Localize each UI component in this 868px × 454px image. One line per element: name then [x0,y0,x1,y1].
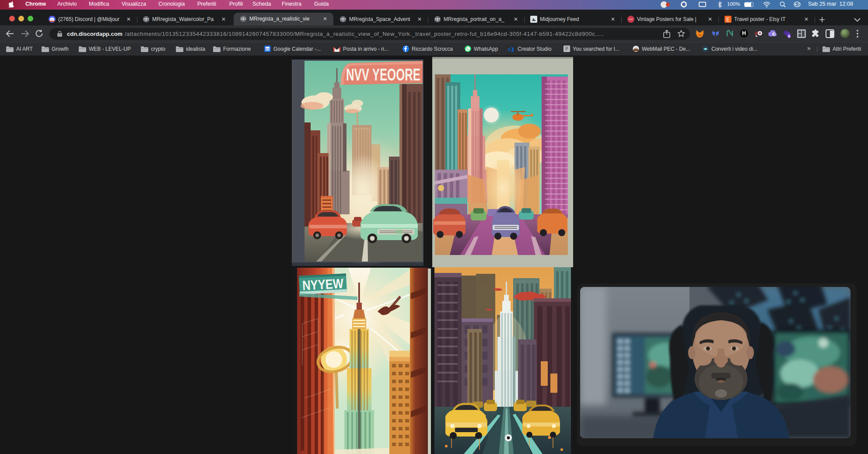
svg-text:NYYEW: NYYEW [302,276,344,293]
svg-text:E: E [726,17,730,23]
svg-text:31: 31 [266,47,270,51]
svg-text:NVV YEOORE: NVV YEOORE [346,66,420,84]
svg-text:5: 5 [788,34,790,38]
